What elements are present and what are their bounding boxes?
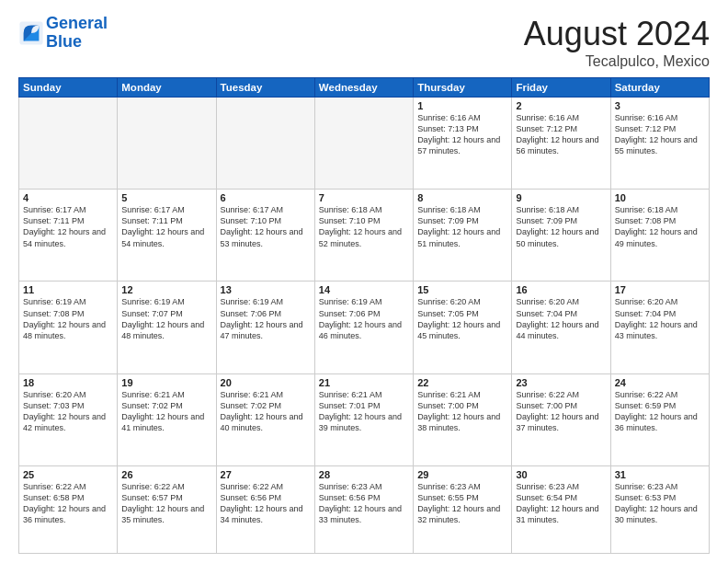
table-row: 11Sunrise: 6:19 AMSunset: 7:08 PMDayligh…	[19, 282, 118, 373]
day-number: 5	[121, 192, 211, 203]
day-number: 23	[516, 377, 606, 388]
table-row: 13Sunrise: 6:19 AMSunset: 7:06 PMDayligh…	[216, 282, 314, 373]
day-info: Sunrise: 6:22 AMSunset: 7:00 PMDaylight:…	[516, 389, 606, 434]
table-row: 22Sunrise: 6:21 AMSunset: 7:00 PMDayligh…	[414, 373, 512, 465]
month-title: August 2024	[524, 15, 710, 53]
table-row: 30Sunrise: 6:23 AMSunset: 6:54 PMDayligh…	[512, 465, 610, 553]
day-number: 3	[615, 100, 705, 111]
col-friday: Friday	[512, 78, 610, 98]
day-number: 25	[23, 469, 113, 480]
table-row: 21Sunrise: 6:21 AMSunset: 7:01 PMDayligh…	[314, 373, 413, 465]
day-number: 16	[516, 284, 606, 295]
day-number: 24	[615, 377, 705, 388]
day-info: Sunrise: 6:23 AMSunset: 6:54 PMDaylight:…	[516, 481, 606, 526]
table-row: 8Sunrise: 6:18 AMSunset: 7:09 PMDaylight…	[414, 190, 512, 282]
header: General Blue August 2024 Tecalpulco, Mex…	[18, 15, 710, 70]
day-info: Sunrise: 6:19 AMSunset: 7:07 PMDaylight:…	[121, 296, 211, 341]
table-row: 12Sunrise: 6:19 AMSunset: 7:07 PMDayligh…	[118, 282, 216, 373]
day-info: Sunrise: 6:17 AMSunset: 7:10 PMDaylight:…	[221, 204, 311, 249]
day-number: 17	[615, 284, 705, 295]
calendar-table: Sunday Monday Tuesday Wednesday Thursday…	[18, 77, 710, 554]
day-info: Sunrise: 6:19 AMSunset: 7:08 PMDaylight:…	[23, 296, 113, 341]
table-row	[314, 98, 413, 190]
day-number: 30	[516, 469, 606, 480]
table-row: 1Sunrise: 6:16 AMSunset: 7:13 PMDaylight…	[414, 98, 512, 190]
day-number: 18	[23, 377, 113, 388]
logo-general: General	[46, 14, 108, 32]
day-info: Sunrise: 6:21 AMSunset: 7:02 PMDaylight:…	[121, 389, 211, 434]
table-row: 17Sunrise: 6:20 AMSunset: 7:04 PMDayligh…	[610, 282, 709, 373]
day-info: Sunrise: 6:22 AMSunset: 6:57 PMDaylight:…	[121, 481, 211, 526]
day-number: 19	[121, 377, 211, 388]
day-info: Sunrise: 6:16 AMSunset: 7:12 PMDaylight:…	[615, 112, 705, 157]
day-info: Sunrise: 6:21 AMSunset: 7:00 PMDaylight:…	[417, 389, 507, 434]
day-info: Sunrise: 6:18 AMSunset: 7:08 PMDaylight:…	[615, 204, 705, 249]
table-row: 20Sunrise: 6:21 AMSunset: 7:02 PMDayligh…	[216, 373, 314, 465]
day-number: 11	[23, 284, 113, 295]
table-row	[19, 98, 118, 190]
day-number: 6	[221, 192, 311, 203]
title-section: August 2024 Tecalpulco, Mexico	[524, 15, 710, 70]
logo-blue: Blue	[46, 32, 82, 51]
col-saturday: Saturday	[610, 78, 709, 98]
day-info: Sunrise: 6:16 AMSunset: 7:13 PMDaylight:…	[417, 112, 507, 157]
col-thursday: Thursday	[414, 78, 512, 98]
day-info: Sunrise: 6:22 AMSunset: 6:58 PMDaylight:…	[23, 481, 113, 526]
table-row	[118, 98, 216, 190]
day-number: 15	[417, 284, 507, 295]
day-info: Sunrise: 6:21 AMSunset: 7:02 PMDaylight:…	[221, 389, 311, 434]
day-number: 1	[417, 100, 507, 111]
day-info: Sunrise: 6:20 AMSunset: 7:05 PMDaylight:…	[417, 296, 507, 341]
day-number: 8	[417, 192, 507, 203]
table-row: 3Sunrise: 6:16 AMSunset: 7:12 PMDaylight…	[610, 98, 709, 190]
day-number: 28	[319, 469, 409, 480]
table-row: 15Sunrise: 6:20 AMSunset: 7:05 PMDayligh…	[414, 282, 512, 373]
day-number: 29	[417, 469, 507, 480]
day-info: Sunrise: 6:19 AMSunset: 7:06 PMDaylight:…	[221, 296, 311, 341]
day-info: Sunrise: 6:17 AMSunset: 7:11 PMDaylight:…	[23, 204, 113, 249]
table-row: 4Sunrise: 6:17 AMSunset: 7:11 PMDaylight…	[19, 190, 118, 282]
day-info: Sunrise: 6:21 AMSunset: 7:01 PMDaylight:…	[319, 389, 409, 434]
calendar-week-4: 25Sunrise: 6:22 AMSunset: 6:58 PMDayligh…	[19, 465, 710, 553]
day-info: Sunrise: 6:22 AMSunset: 6:56 PMDaylight:…	[221, 481, 311, 526]
day-number: 10	[615, 192, 705, 203]
table-row: 7Sunrise: 6:18 AMSunset: 7:10 PMDaylight…	[314, 190, 413, 282]
calendar-week-0: 1Sunrise: 6:16 AMSunset: 7:13 PMDaylight…	[19, 98, 710, 190]
table-row: 14Sunrise: 6:19 AMSunset: 7:06 PMDayligh…	[314, 282, 413, 373]
table-row: 31Sunrise: 6:23 AMSunset: 6:53 PMDayligh…	[610, 465, 709, 553]
logo: General Blue	[18, 15, 108, 52]
table-row: 16Sunrise: 6:20 AMSunset: 7:04 PMDayligh…	[512, 282, 610, 373]
day-info: Sunrise: 6:18 AMSunset: 7:10 PMDaylight:…	[319, 204, 409, 249]
col-tuesday: Tuesday	[216, 78, 314, 98]
day-info: Sunrise: 6:18 AMSunset: 7:09 PMDaylight:…	[417, 204, 507, 249]
day-number: 9	[516, 192, 606, 203]
table-row: 24Sunrise: 6:22 AMSunset: 6:59 PMDayligh…	[610, 373, 709, 465]
day-info: Sunrise: 6:22 AMSunset: 6:59 PMDaylight:…	[615, 389, 705, 434]
day-info: Sunrise: 6:20 AMSunset: 7:04 PMDaylight:…	[615, 296, 705, 341]
table-row: 29Sunrise: 6:23 AMSunset: 6:55 PMDayligh…	[414, 465, 512, 553]
table-row: 2Sunrise: 6:16 AMSunset: 7:12 PMDaylight…	[512, 98, 610, 190]
day-number: 7	[319, 192, 409, 203]
table-row: 27Sunrise: 6:22 AMSunset: 6:56 PMDayligh…	[216, 465, 314, 553]
table-row: 10Sunrise: 6:18 AMSunset: 7:08 PMDayligh…	[610, 190, 709, 282]
day-number: 27	[221, 469, 311, 480]
table-row: 18Sunrise: 6:20 AMSunset: 7:03 PMDayligh…	[19, 373, 118, 465]
day-info: Sunrise: 6:17 AMSunset: 7:11 PMDaylight:…	[121, 204, 211, 249]
day-number: 14	[319, 284, 409, 295]
table-row: 6Sunrise: 6:17 AMSunset: 7:10 PMDaylight…	[216, 190, 314, 282]
table-row	[216, 98, 314, 190]
day-info: Sunrise: 6:20 AMSunset: 7:04 PMDaylight:…	[516, 296, 606, 341]
day-number: 12	[121, 284, 211, 295]
calendar-week-1: 4Sunrise: 6:17 AMSunset: 7:11 PMDaylight…	[19, 190, 710, 282]
table-row: 25Sunrise: 6:22 AMSunset: 6:58 PMDayligh…	[19, 465, 118, 553]
col-wednesday: Wednesday	[314, 78, 413, 98]
day-info: Sunrise: 6:23 AMSunset: 6:53 PMDaylight:…	[615, 481, 705, 526]
day-number: 31	[615, 469, 705, 480]
day-number: 20	[221, 377, 311, 388]
day-info: Sunrise: 6:23 AMSunset: 6:56 PMDaylight:…	[319, 481, 409, 526]
day-number: 21	[319, 377, 409, 388]
table-row: 5Sunrise: 6:17 AMSunset: 7:11 PMDaylight…	[118, 190, 216, 282]
calendar-header-row: Sunday Monday Tuesday Wednesday Thursday…	[19, 78, 710, 98]
location: Tecalpulco, Mexico	[524, 53, 710, 70]
table-row: 9Sunrise: 6:18 AMSunset: 7:09 PMDaylight…	[512, 190, 610, 282]
